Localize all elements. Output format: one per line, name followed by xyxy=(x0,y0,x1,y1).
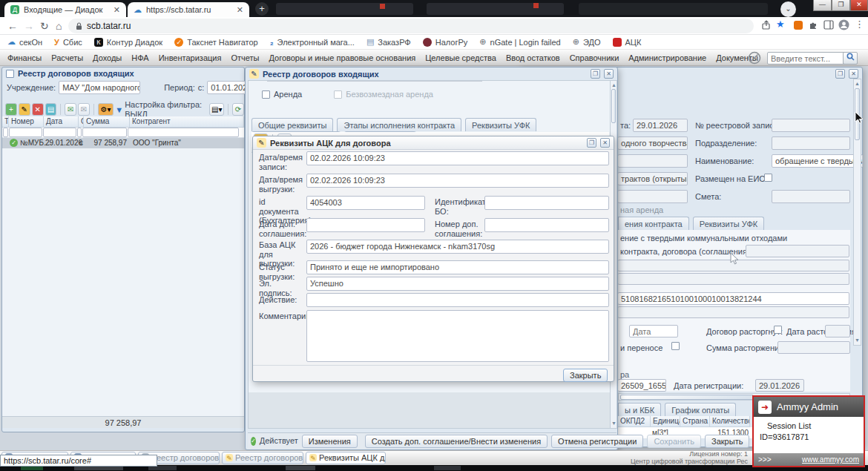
base-field[interactable]: 2026 - бюджет города Нижнекамск - nkam31… xyxy=(306,240,609,254)
browser-tab-diadoc[interactable]: Д Входящие — Диадок ✕ xyxy=(4,2,126,17)
filter-input-t[interactable] xyxy=(3,128,8,137)
filter-funnel-icon[interactable]: ▼ xyxy=(115,105,123,114)
global-search-button[interactable] xyxy=(843,52,858,65)
window-minimize-button[interactable]: — xyxy=(813,0,832,11)
bookmark-zakazrf[interactable]: ▤ЗаказРФ xyxy=(366,37,411,47)
chevron-down-icon[interactable]: ⌄ xyxy=(780,1,796,17)
modal-vscrollbar-thumb[interactable] xyxy=(611,89,616,123)
save-button[interactable]: Сохранить xyxy=(647,435,701,448)
right-tab-payment-schedule[interactable]: График оплаты xyxy=(665,403,736,416)
bo-field[interactable] xyxy=(484,196,609,210)
col-header-c[interactable]: С xyxy=(79,116,84,128)
col-header-contractor[interactable]: Контрагент xyxy=(130,116,244,128)
bookmark-emag[interactable]: ₂Электронный мага... xyxy=(270,38,355,47)
modal-close-button[interactable]: Закрыть xyxy=(705,435,749,448)
scroll-up-icon[interactable]: ▲ xyxy=(611,82,617,89)
ammyy-titlebar[interactable]: ➜ Ammyy Admin xyxy=(754,397,864,417)
menu-contracts[interactable]: Договоры и иные правовые основания xyxy=(269,53,415,62)
menu-reports[interactable]: Отчеты xyxy=(231,53,259,62)
bookmark-kontur-diadoc[interactable]: ККонтур Диадок xyxy=(94,38,162,47)
filter-input-contractor[interactable] xyxy=(128,128,239,137)
filter-input-c[interactable] xyxy=(77,128,82,137)
taskbar-item[interactable] xyxy=(286,466,315,470)
browser-menu-kebab-icon[interactable]: ⋮ xyxy=(855,19,864,30)
extension-orange-icon[interactable] xyxy=(794,21,803,30)
scroll-up-icon[interactable]: ▲ xyxy=(855,80,860,88)
ammyy-expand-button[interactable]: >>> xyxy=(758,455,772,464)
task-button-5[interactable]: ✎ Реквизиты АЦК для дого... xyxy=(306,452,386,464)
dialog-close-button[interactable]: Закрыть xyxy=(563,369,608,382)
side-panel-icon[interactable] xyxy=(823,20,834,31)
action-field[interactable] xyxy=(306,293,609,307)
rent-checkbox[interactable] xyxy=(262,90,270,99)
institution-field[interactable]: МАУ "Дом народного творчества xyxy=(59,81,140,94)
filter-input-number[interactable] xyxy=(9,128,42,137)
right-terminated-checkbox[interactable] xyxy=(774,326,782,334)
send-button[interactable]: ✉ xyxy=(65,103,76,116)
right-tab-sums-kbk[interactable]: ы и КБК xyxy=(618,403,661,416)
right-tab-ufk[interactable]: Реквизиты УФК xyxy=(693,217,764,230)
bookmark-sekon[interactable]: ☁секОн xyxy=(7,37,42,47)
bookmark-nalogru[interactable]: НалогРу xyxy=(423,38,468,47)
col-header-date[interactable]: Дата xyxy=(44,116,79,128)
menu-incomes[interactable]: Доходы xyxy=(93,53,122,62)
window-close-button[interactable]: ✕ xyxy=(850,0,868,11)
col-header-number[interactable]: Номер xyxy=(9,116,44,128)
bookmark-taxnet[interactable]: ✓Такснет Навигатор xyxy=(174,38,258,47)
grid-header-country[interactable]: Страна п... xyxy=(680,416,710,427)
col-header-sum[interactable]: Сумма xyxy=(84,116,130,128)
global-search-input[interactable] xyxy=(767,52,855,65)
copy-button[interactable]: ▤ xyxy=(45,103,57,116)
dialog-maximize-icon[interactable]: ❐ xyxy=(587,138,596,148)
delete-button[interactable]: ✕ xyxy=(32,103,44,116)
rec-field[interactable]: 02.02.2026 10:09:23 xyxy=(306,151,609,165)
send-disabled-button[interactable]: ✉ xyxy=(78,103,90,116)
agrnum-field[interactable] xyxy=(484,218,609,232)
grid-header-unit[interactable]: Единица xyxy=(651,416,680,427)
scroll-down-icon[interactable]: ▼ xyxy=(855,337,860,344)
tab-ufk[interactable]: Реквизиты УФК xyxy=(465,118,536,131)
profile-avatar[interactable] xyxy=(838,19,849,32)
tab-close-icon[interactable]: ✕ xyxy=(114,5,120,15)
sign-field[interactable]: Успешно xyxy=(306,277,609,291)
bookmark-edo[interactable]: ⊕ЭДО xyxy=(573,37,601,47)
menu-finances[interactable]: Финансы xyxy=(7,53,42,62)
share-icon[interactable] xyxy=(761,20,772,32)
menu-target-funds[interactable]: Целевые средства xyxy=(425,53,496,62)
bookmark-ack[interactable]: АЦК xyxy=(613,38,642,47)
task-button-4[interactable]: ✎ Реестр договоров входящих xyxy=(222,452,303,464)
actions-dropdown[interactable]: ⚙▾ xyxy=(98,103,114,116)
changes-button[interactable]: Изменения xyxy=(302,435,358,448)
dialog-close-icon[interactable]: ✕ xyxy=(600,138,610,148)
edit-button[interactable]: ✎ xyxy=(19,103,30,116)
bookmark-ngate[interactable]: ⊕nGate | Login failed xyxy=(479,37,560,47)
cancel-registration-button[interactable]: Отмена регистрации xyxy=(551,435,643,448)
tab-close-icon[interactable]: ✕ xyxy=(237,5,243,15)
tab-general[interactable]: Общие реквизиты xyxy=(251,118,333,131)
right-close-icon[interactable]: ✕ xyxy=(849,69,858,79)
right-maximize-icon[interactable]: ❐ xyxy=(835,69,845,79)
menu-inventory[interactable]: Инвентаризация xyxy=(159,53,222,62)
agrdate-field[interactable] xyxy=(306,218,425,232)
ammyy-site-link[interactable]: www.ammyy.com xyxy=(802,455,859,464)
new-tab-button[interactable]: + xyxy=(255,2,269,16)
menu-calculations[interactable]: Расчеты xyxy=(51,53,83,62)
add-button[interactable]: + xyxy=(5,103,17,116)
right-transfer-checkbox[interactable] xyxy=(671,342,680,350)
browser-tab-scb[interactable]: ☁ https://scb.tatar.ru ✕ xyxy=(128,2,249,17)
modal-maximize-icon[interactable]: ❐ xyxy=(591,69,600,79)
filter-input-date[interactable] xyxy=(43,128,76,137)
refresh-button[interactable]: ⟳ xyxy=(232,103,244,116)
right-eis-checkbox[interactable] xyxy=(764,174,772,182)
col-header-t[interactable]: Т xyxy=(2,116,9,128)
right-hscrollbar-thumb[interactable] xyxy=(620,395,754,400)
tab-stages[interactable]: Этапы исполнения контракта xyxy=(337,118,461,131)
window-maximize-button[interactable]: ❐ xyxy=(832,0,850,11)
free-rent-checkbox[interactable] xyxy=(334,90,342,99)
forward-icon[interactable]: → xyxy=(24,19,34,33)
taskbar-item[interactable] xyxy=(434,466,461,470)
bookmark-star-icon[interactable]: ★ xyxy=(776,19,785,30)
right-date-input[interactable] xyxy=(629,325,678,337)
extensions-puzzle-icon[interactable] xyxy=(809,20,818,31)
table-row[interactable]: ✓ №МУБ... 29.01.2026 с 97 258,97 ООО "Гр… xyxy=(2,138,244,148)
